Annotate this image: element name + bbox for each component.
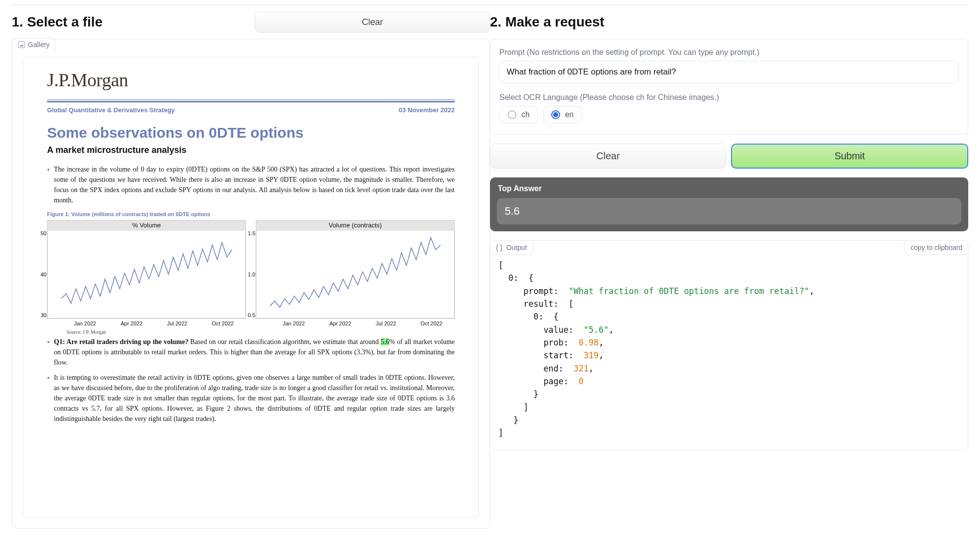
gallery-tab-label: Gallery	[28, 41, 49, 49]
section-title-select-file: 1. Select a file	[12, 14, 102, 30]
doc-bullet-3: It is tempting to overestimate the retai…	[47, 372, 455, 424]
chart2-svg	[256, 230, 454, 318]
document-preview[interactable]: J.P.Morgan Global Quantitative & Derivat…	[23, 57, 479, 518]
chart2-xaxis: Jan 2022 Apr 2022 Jul 2022 Oct 2022	[256, 319, 455, 326]
output-panel: { } Output copy to clipboard [ 0: { prom…	[490, 240, 968, 450]
chart1-xaxis: Jan 2022 Apr 2022 Jul 2022 Oct 2022	[47, 319, 246, 326]
lang-radio-ch[interactable]: ch	[499, 106, 538, 123]
chart1-yaxis: 50 40 30	[34, 230, 47, 318]
doc-category: Global Quantitative & Derivatives Strate…	[47, 106, 175, 114]
clear-file-button[interactable]: Clear	[255, 12, 490, 33]
gallery-tab[interactable]: Gallery	[12, 38, 56, 50]
prompt-label: Prompt (No restrictions on the setting o…	[499, 48, 959, 57]
output-json: [ 0: { prompt: "What fraction of 0DTE op…	[490, 255, 968, 449]
lang-label: Select OCR Language (Please choose ch fo…	[499, 93, 959, 102]
image-icon	[18, 41, 25, 48]
chart1-svg	[48, 230, 245, 318]
radio-dot-checked-icon	[551, 110, 560, 119]
chart1-title: % Volume	[47, 220, 246, 230]
top-answer-header: Top Answer	[490, 177, 968, 198]
doc-brand: J.P.Morgan	[47, 69, 455, 91]
section-title-make-request: 2. Make a request	[490, 14, 604, 30]
doc-bullet-1: The increase in the volume of 0 day to e…	[47, 164, 455, 205]
chart2-yaxis: 1.5 1.0 0.5	[243, 230, 255, 318]
prompt-input[interactable]	[499, 61, 959, 83]
charts-row: % Volume 50 40 30	[47, 220, 455, 326]
doc-subtitle: A market microstructure analysis	[47, 145, 455, 155]
output-tab: { } Output	[490, 241, 533, 255]
highlighted-answer: 5.6	[381, 338, 390, 346]
top-answer-block: Top Answer 5.6	[490, 177, 968, 231]
chart-source: Source: J.P. Morgan	[67, 329, 455, 335]
gallery-panel: Gallery J.P.Morgan Global Quantitative &…	[12, 39, 490, 529]
request-panel: Prompt (No restrictions on the setting o…	[490, 39, 968, 135]
doc-title: Some observations on 0DTE options	[47, 124, 455, 141]
top-divider	[12, 5, 968, 5]
doc-date: 03 November 2022	[399, 106, 455, 114]
doc-bullet-2: Q1: Are retail traders driving up the vo…	[47, 337, 455, 368]
figure-caption: Figure 1: Volume (millions of contracts)…	[47, 211, 455, 217]
chart2-title: Volume (contracts)	[256, 220, 455, 230]
lang-radio-en[interactable]: en	[543, 106, 582, 123]
chart-percent-volume: % Volume 50 40 30	[47, 220, 246, 326]
chart-volume-contracts: Volume (contracts) 1.5 1.0 0.5	[256, 220, 455, 326]
radio-dot-unchecked-icon	[508, 110, 516, 119]
doc-rule	[47, 99, 455, 102]
top-answer-value: 5.6	[497, 198, 961, 224]
clear-request-button[interactable]: Clear	[490, 144, 726, 169]
copy-to-clipboard-button[interactable]: copy to clipboard	[904, 241, 968, 255]
submit-button[interactable]: Submit	[731, 144, 968, 169]
braces-icon: { }	[496, 244, 502, 251]
